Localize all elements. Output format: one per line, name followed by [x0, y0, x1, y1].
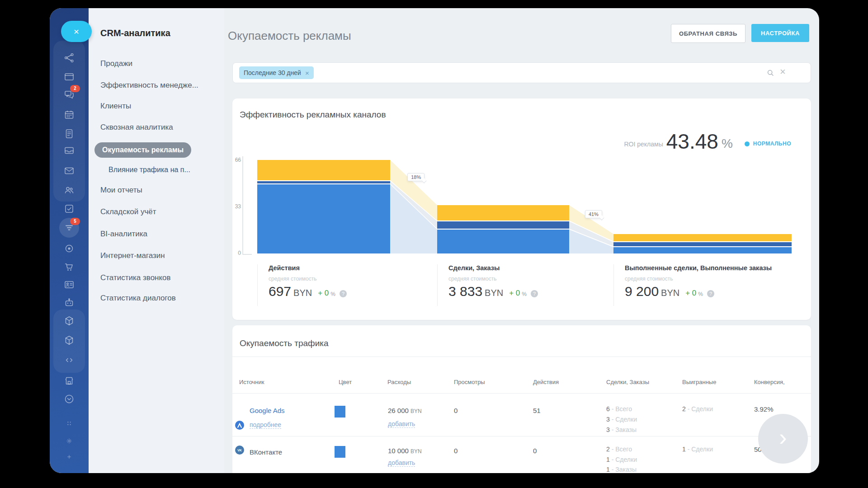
stage-stat-1: Действиясредняя стоимость697BYN+ 0%? — [257, 264, 347, 306]
network-icon[interactable] — [60, 49, 78, 67]
stage-label: Действия — [269, 264, 347, 272]
tasks-icon[interactable] — [60, 200, 78, 218]
stage-label: Выполненные сделки, Выполненные заказы — [625, 264, 772, 272]
deals-line: 3 - Сделки — [606, 416, 637, 423]
source-name[interactable]: Google Ads — [250, 407, 285, 414]
page-title: Окупаемость рекламы — [228, 29, 351, 43]
document-icon[interactable] — [60, 125, 78, 143]
add-expenses-link[interactable]: добавить — [388, 420, 415, 428]
column-header-3: Расходы — [387, 379, 411, 385]
y-axis-tick: 66 — [232, 157, 241, 163]
notification-badge: 2 — [70, 85, 80, 92]
contact-card-icon[interactable] — [60, 276, 78, 294]
google-ads-icon[interactable] — [235, 421, 244, 430]
deals-line: 3 - Заказы — [606, 426, 637, 433]
svg-text:VK: VK — [237, 449, 242, 452]
notification-badge: 5 — [70, 218, 80, 225]
cart-icon[interactable] — [60, 258, 78, 276]
filter-tag-close-icon[interactable]: × — [305, 69, 309, 77]
menu-item-7[interactable]: Мои отчеты — [100, 186, 142, 195]
menu-item-3[interactable]: Клиенты — [100, 102, 131, 111]
storefront-icon[interactable] — [60, 372, 78, 390]
actions-value: 0 — [533, 447, 537, 455]
mail-icon[interactable] — [60, 162, 78, 180]
menu-title: CRM-аналитика — [100, 28, 170, 38]
deals-line: 1 - Заказы — [606, 466, 637, 473]
calendar-icon[interactable] — [60, 106, 78, 124]
menu-item-11[interactable]: Статистика звонков — [100, 273, 171, 282]
plus-icon[interactable] — [60, 448, 78, 466]
search-icon[interactable] — [766, 68, 775, 79]
chat-icon[interactable]: 2 — [60, 86, 78, 104]
details-link[interactable]: подробнее — [250, 421, 281, 429]
menu-item-12[interactable]: Статистика диалогов — [100, 294, 176, 303]
add-expenses-link[interactable]: добавить — [388, 459, 415, 467]
help-icon[interactable]: ? — [707, 290, 714, 297]
robot-icon[interactable] — [60, 294, 78, 312]
inbox-icon[interactable] — [60, 141, 78, 160]
menu-item-10[interactable]: Интернет-магазин — [100, 251, 165, 260]
expenses-value: 26 000 — [388, 407, 409, 414]
divider — [232, 436, 811, 436]
stage-delta-unit: % — [330, 291, 335, 297]
box-icon[interactable] — [60, 312, 78, 330]
color-swatch[interactable] — [335, 446, 345, 458]
stage-delta: + 0 — [509, 289, 520, 298]
stage-delta-unit: % — [698, 291, 703, 297]
box2-icon[interactable] — [60, 331, 78, 349]
help-icon[interactable]: ? — [531, 290, 538, 297]
stage-delta-unit: % — [522, 291, 527, 297]
chevron-down-circle-icon[interactable] — [60, 390, 78, 408]
chevron-right-icon: › — [779, 426, 787, 449]
feedback-button[interactable]: ОБРАТНАЯ СВЯЗЬ — [671, 24, 745, 43]
code-icon[interactable] — [60, 351, 78, 369]
stage-label: Сделки, Заказы — [448, 264, 538, 272]
table-scroll-right-button[interactable]: › — [758, 414, 808, 464]
target-icon[interactable] — [60, 239, 78, 258]
stage-sublabel: средняя стоимость — [625, 276, 772, 282]
gear-icon[interactable] — [60, 432, 78, 450]
stage-delta: + 0 — [318, 289, 329, 298]
views-value: 0 — [454, 447, 458, 455]
column-header-8: Конверсия, — [754, 379, 785, 385]
clear-filter-icon[interactable]: × — [780, 66, 786, 78]
channel-effectiveness-card: Эффективность рекламных каналов ROI рекл… — [232, 99, 811, 320]
help-icon[interactable]: ? — [340, 290, 347, 297]
menu-item-6[interactable]: Влияние трафика на п... — [108, 166, 190, 174]
menu-item-8[interactable]: Складской учёт — [100, 207, 156, 216]
menu-item-1[interactable]: Продажи — [100, 59, 132, 68]
menu-item-2[interactable]: Эффективность менедже... — [100, 81, 198, 90]
sidebar-rail: 25 — [50, 8, 89, 473]
menu-item-4[interactable]: Сквозная аналитика — [100, 123, 173, 132]
color-swatch[interactable] — [335, 406, 345, 418]
stage-avg-cost: 9 200 — [625, 285, 659, 298]
filter-tag[interactable]: Последние 30 дней × — [239, 66, 314, 79]
menu-item-5[interactable]: Окупаемость рекламы — [94, 142, 191, 158]
funnel-icon[interactable]: 5 — [60, 219, 78, 237]
users-icon[interactable] — [60, 181, 78, 199]
stage-stat-3: Выполненные сделки, Выполненные заказыср… — [613, 264, 772, 306]
actions-value: 51 — [533, 407, 541, 414]
expenses-currency: BYN — [410, 408, 422, 414]
app-window: 25 × CRM-аналитика ПродажиЭффективность … — [50, 8, 819, 473]
settings-button[interactable]: НАСТРОЙКА — [751, 24, 809, 42]
column-header-7: Выигранные — [682, 379, 716, 385]
y-axis-tick: 33 — [232, 203, 241, 210]
column-header-4: Просмотры — [454, 379, 485, 385]
stage-sublabel: средняя стоимость — [269, 276, 347, 282]
divider — [232, 357, 811, 357]
dots-icon[interactable] — [60, 414, 78, 432]
menu-item-9[interactable]: BI-аналитика — [100, 230, 147, 239]
expenses-value: 10 000 — [388, 447, 409, 455]
stage-sublabel: средняя стоимость — [448, 276, 538, 282]
filter-search-bar[interactable]: Последние 30 дней × × — [232, 62, 811, 83]
stage-currency: BYN — [293, 288, 312, 298]
divider — [232, 393, 811, 394]
views-value: 0 — [454, 407, 458, 414]
close-menu-button[interactable]: × — [61, 21, 92, 42]
stage-stat-2: Сделки, Заказысредняя стоимость3 833BYN+… — [437, 264, 538, 306]
stage-avg-cost: 697 — [269, 285, 291, 298]
section-title-traffic: Окупаемость трафика — [240, 338, 329, 348]
browser-window-icon[interactable] — [60, 68, 78, 86]
vk-icon[interactable]: VK — [235, 446, 244, 455]
